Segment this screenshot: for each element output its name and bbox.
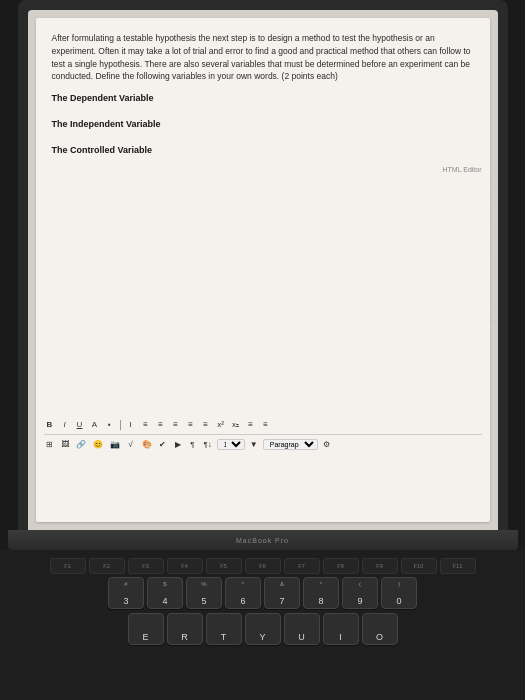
fn-key-f9[interactable]: F9 — [362, 558, 398, 574]
key-caret[interactable]: ^ 6 — [225, 577, 261, 609]
math-button[interactable]: √ — [125, 439, 137, 450]
key-percent[interactable]: % 5 — [186, 577, 222, 609]
underline-button[interactable]: U — [74, 419, 86, 430]
key-r[interactable]: R — [167, 613, 203, 645]
unordered-list-button[interactable]: ≡ — [245, 419, 257, 430]
fn-row: F1 F2 F3 F4 F5 F6 F7 F8 F9 F10 F11 — [10, 558, 515, 574]
section1-heading: The Dependent Variable — [52, 93, 474, 103]
toolbar-separator-1 — [120, 420, 121, 430]
body-text: After formulating a testable hypothesis … — [52, 32, 474, 83]
key-paren-open[interactable]: ( 9 — [342, 577, 378, 609]
laptop-screen: After formulating a testable hypothesis … — [18, 0, 508, 530]
key-paren-close[interactable]: ) 0 — [381, 577, 417, 609]
fn-key-f4[interactable]: F4 — [167, 558, 203, 574]
align-full-button[interactable]: ≡ — [200, 419, 212, 430]
section2-heading: The Independent Variable — [52, 119, 474, 129]
fn-key-f3[interactable]: F3 — [128, 558, 164, 574]
format-button[interactable]: ¶↓ — [202, 439, 214, 450]
laptop-bottom-bar: MacBook Pro — [8, 530, 518, 550]
color-button[interactable]: 🎨 — [140, 439, 154, 450]
html-editor-label: HTML Editor — [442, 166, 481, 173]
align-center-button[interactable]: ≡ — [155, 419, 167, 430]
screen-content: After formulating a testable hypothesis … — [28, 10, 498, 530]
paragraph-settings[interactable]: ⚙ — [321, 439, 333, 450]
document-area: After formulating a testable hypothesis … — [36, 18, 490, 522]
editor-toolbar: B I U A ▪ I ≡ ≡ ≡ ≡ ≡ x² x₂ ≡ ≡ — [44, 419, 482, 450]
italic-button[interactable]: I — [59, 419, 71, 430]
image-button[interactable]: 🖼 — [59, 439, 71, 450]
highlight-button[interactable]: ▪ — [104, 419, 116, 430]
ordered-list-button[interactable]: ≡ — [260, 419, 272, 430]
toolbar-row-1: B I U A ▪ I ≡ ≡ ≡ ≡ ≡ x² x₂ ≡ ≡ — [44, 419, 482, 435]
align-justify-button[interactable]: ≡ — [170, 419, 182, 430]
table-button[interactable]: ⊞ — [44, 439, 56, 450]
align-right-button[interactable]: ≡ — [185, 419, 197, 430]
key-u[interactable]: U — [284, 613, 320, 645]
subscript-button[interactable]: x₂ — [230, 419, 242, 430]
key-y[interactable]: Y — [245, 613, 281, 645]
indent-left-button[interactable]: I — [125, 419, 137, 430]
paragraph-marks-button[interactable]: ¶ — [187, 439, 199, 450]
section3-heading: The Controlled Variable — [52, 145, 474, 155]
fn-key-f5[interactable]: F5 — [206, 558, 242, 574]
key-dollar[interactable]: $ 4 — [147, 577, 183, 609]
key-ampersand[interactable]: & 7 — [264, 577, 300, 609]
fn-key-f7[interactable]: F7 — [284, 558, 320, 574]
fn-key-f1[interactable]: F1 — [50, 558, 86, 574]
emoticon-button[interactable]: 😊 — [91, 439, 105, 450]
superscript-button[interactable]: x² — [215, 419, 227, 430]
toolbar-row-2: ⊞ 🖼 🔗 😊 📷 √ 🎨 ✔ ▶ ¶ ¶↓ 12pt 10pt 14pt — [44, 439, 482, 450]
number-row: # 3 $ 4 % 5 ^ 6 & 7 * 8 ( 9 ) 0 — [10, 577, 515, 609]
key-o[interactable]: O — [362, 613, 398, 645]
fn-key-f2[interactable]: F2 — [89, 558, 125, 574]
bold-button[interactable]: B — [44, 419, 56, 430]
keyboard-area: F1 F2 F3 F4 F5 F6 F7 F8 F9 F10 F11 # 3 $… — [0, 550, 525, 700]
fn-key-f11[interactable]: F11 — [440, 558, 476, 574]
key-hash[interactable]: # 3 — [108, 577, 144, 609]
align-left-button[interactable]: ≡ — [140, 419, 152, 430]
macbook-brand-label: MacBook Pro — [236, 537, 289, 544]
fn-key-f10[interactable]: F10 — [401, 558, 437, 574]
video-button[interactable]: ▶ — [172, 439, 184, 450]
font-color-button[interactable]: A — [89, 419, 101, 430]
key-t[interactable]: T — [206, 613, 242, 645]
letter-row: E R T Y U I O — [10, 613, 515, 645]
font-size-dropdown[interactable]: ▼ — [248, 439, 260, 450]
link-button[interactable]: 🔗 — [74, 439, 88, 450]
media-button[interactable]: 📷 — [108, 439, 122, 450]
key-e[interactable]: E — [128, 613, 164, 645]
font-size-select[interactable]: 12pt 10pt 14pt — [217, 439, 245, 450]
paragraph-style-select[interactable]: Paragraph Heading 1 — [263, 439, 318, 450]
fn-key-f8[interactable]: F8 — [323, 558, 359, 574]
key-asterisk[interactable]: * 8 — [303, 577, 339, 609]
fn-key-f6[interactable]: F6 — [245, 558, 281, 574]
check-button[interactable]: ✔ — [157, 439, 169, 450]
key-i[interactable]: I — [323, 613, 359, 645]
